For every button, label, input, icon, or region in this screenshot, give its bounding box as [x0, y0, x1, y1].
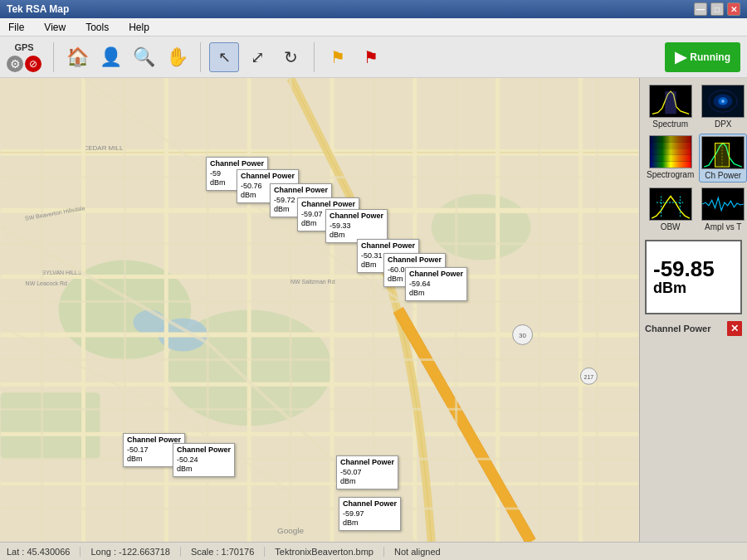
- dpx-button[interactable]: DPX: [699, 83, 747, 130]
- cp-unit: dBm: [653, 280, 734, 297]
- menu-tools[interactable]: Tools: [81, 20, 114, 35]
- amplvst-thumb: [701, 187, 745, 221]
- svg-text:NW Saltzman Rd: NW Saltzman Rd: [290, 279, 335, 285]
- svg-point-3: [432, 194, 531, 261]
- home-button[interactable]: 🏠: [62, 42, 92, 72]
- svg-text:30: 30: [519, 332, 526, 339]
- map-svg: CEDAR MILL SYLVAN HILLS: [0, 78, 639, 542]
- svg-point-53: [721, 100, 725, 103]
- flag-tools: ⚑ ⚑: [323, 42, 386, 72]
- svg-text:217: 217: [584, 374, 594, 380]
- svg-rect-59: [650, 161, 691, 168]
- menu-view[interactable]: View: [39, 20, 71, 35]
- move-button[interactable]: ⤢: [242, 42, 272, 72]
- status-scale: Scale : 1:70176: [191, 547, 265, 557]
- status-lat: Lat : 45.430066: [7, 547, 81, 557]
- cp-marker-5[interactable]: Channel Power -59.33 dBm: [325, 209, 388, 243]
- dpx-thumb: [701, 85, 745, 118]
- svg-rect-48: [665, 91, 676, 114]
- obw-button[interactable]: OBW: [645, 186, 696, 233]
- spectrogram-thumb: [649, 135, 692, 168]
- window-controls: — □ ✕: [694, 2, 740, 16]
- close-button[interactable]: ✕: [727, 2, 740, 16]
- cp-marker-10[interactable]: Channel Power -50.24 dBm: [173, 443, 235, 477]
- menu-help[interactable]: Help: [124, 20, 154, 35]
- spectrogram-button[interactable]: Spectrogram: [645, 134, 696, 183]
- dpx-label: DPX: [715, 119, 732, 129]
- cp-marker-11[interactable]: Channel Power -50.07 dBm: [336, 455, 398, 489]
- svg-rect-55: [650, 136, 691, 143]
- cp-marker-12[interactable]: Channel Power -59.97 dBm: [339, 497, 401, 531]
- amplvst-button[interactable]: Ampl vs T: [699, 186, 747, 233]
- select-tools: ↖ ⤢ ↻: [209, 42, 305, 72]
- svg-text:CEDAR MILL: CEDAR MILL: [84, 144, 124, 152]
- cp-readout-value: -59.85: [653, 256, 715, 281]
- titlebar: Tek RSA Map — □ ✕: [0, 0, 747, 18]
- maximize-button[interactable]: □: [710, 2, 724, 16]
- obw-label: OBW: [661, 222, 681, 231]
- svg-rect-56: [650, 143, 691, 149]
- gps-no-icon: ⊘: [25, 56, 42, 72]
- flag-red-button[interactable]: ⚑: [356, 42, 386, 72]
- select-button[interactable]: ↖: [209, 42, 239, 72]
- pan-button[interactable]: ✋: [162, 42, 192, 72]
- running-label: Running: [690, 51, 730, 63]
- svg-rect-67: [703, 188, 744, 220]
- status-alignment: Not aligned: [394, 547, 451, 557]
- gps-section: GPS ⚙ ⊘: [7, 42, 42, 72]
- spectrum-thumb: [649, 85, 692, 118]
- rotate-button[interactable]: ↻: [276, 42, 305, 72]
- main-content: CEDAR MILL SYLVAN HILLS: [0, 78, 747, 542]
- gps-icons: ⚙ ⊘: [7, 56, 42, 72]
- right-panel: Spectrum DPX: [639, 78, 747, 542]
- spectrum-button[interactable]: Spectrum: [645, 83, 696, 130]
- person-button[interactable]: 👤: [95, 42, 125, 72]
- cp-readout-unit: dBm: [653, 280, 686, 296]
- minimize-button[interactable]: —: [694, 2, 707, 16]
- cp-value: -59.85: [653, 258, 734, 280]
- statusbar: Lat : 45.430066 Long : -122.663718 Scale…: [0, 542, 747, 560]
- menu-file[interactable]: File: [3, 20, 29, 35]
- status-file: TektronixBeaverton.bmp: [275, 547, 384, 557]
- svg-rect-63: [650, 188, 691, 220]
- map-area[interactable]: CEDAR MILL SYLVAN HILLS: [0, 78, 639, 542]
- separator-3: [314, 42, 315, 72]
- cp-readout-label: Channel Power: [645, 324, 710, 334]
- chpower-thumb: [701, 136, 745, 169]
- running-button[interactable]: ▶ Running: [665, 42, 740, 72]
- obw-thumb: [649, 187, 692, 221]
- amplvst-label: Ampl vs T: [705, 222, 741, 231]
- channel-power-readout: -59.85 dBm: [645, 240, 742, 314]
- gps-label: GPS: [14, 42, 33, 52]
- chpower-button[interactable]: Ch Power: [699, 134, 747, 183]
- svg-rect-57: [650, 149, 691, 155]
- cp-close-button[interactable]: ✕: [727, 321, 742, 336]
- spectrogram-label: Spectrogram: [647, 170, 694, 179]
- gps-gear-icon[interactable]: ⚙: [7, 56, 23, 72]
- app-title: Tek RSA Map: [7, 3, 69, 15]
- cp-label-row: Channel Power ✕: [645, 321, 742, 336]
- cp-marker-8[interactable]: Channel Power -59.64 dBm: [405, 267, 467, 301]
- search-button[interactable]: 🔍: [129, 42, 159, 72]
- menubar: File View Tools Help: [0, 18, 747, 37]
- chpower-label: Ch Power: [705, 171, 741, 180]
- svg-point-6: [133, 310, 166, 335]
- separator-1: [53, 42, 54, 72]
- toolbar: GPS ⚙ ⊘ 🏠 👤 🔍 ✋ ↖ ⤢ ↻ ⚑ ⚑ ▶ Running: [0, 37, 747, 78]
- flag-orange-button[interactable]: ⚑: [323, 42, 353, 72]
- spectrum-label: Spectrum: [652, 119, 688, 129]
- status-long: Long : -122.663718: [90, 547, 180, 557]
- svg-text:NW Leacock Rd: NW Leacock Rd: [26, 280, 67, 286]
- svg-text:Google: Google: [277, 526, 305, 535]
- svg-rect-58: [650, 155, 691, 162]
- separator-2: [200, 42, 201, 72]
- panel-grid: Spectrum DPX: [645, 83, 742, 233]
- nav-tools: 🏠 👤 🔍 ✋: [62, 42, 192, 72]
